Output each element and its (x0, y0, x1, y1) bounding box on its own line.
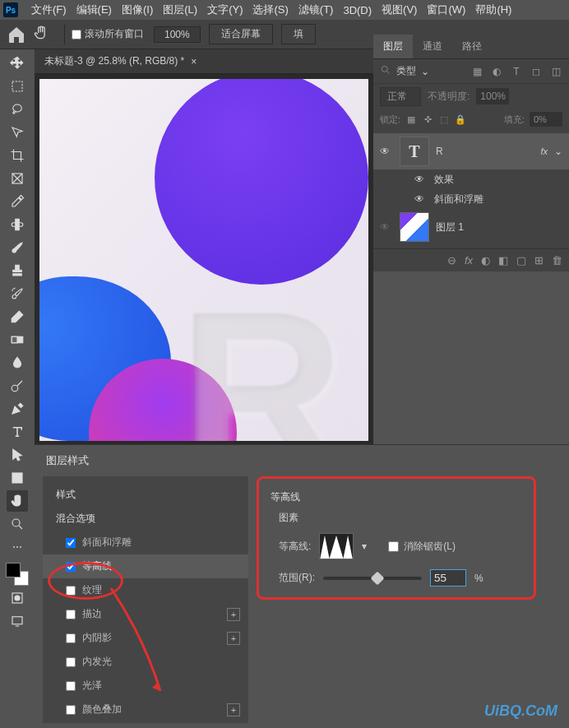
layer-thumb[interactable] (400, 212, 429, 242)
tab-layers[interactable]: 图层 (373, 35, 413, 58)
style-checkbox[interactable] (66, 705, 76, 715)
canvas-viewport[interactable]: R (35, 74, 373, 444)
scroll-all-windows-checkbox[interactable]: 滚动所有窗口 (72, 27, 144, 41)
blend-mode-select[interactable]: 正常 (380, 87, 421, 106)
layer-effects-group[interactable]: 👁 效果 (373, 169, 569, 189)
path-select-tool[interactable] (7, 444, 28, 466)
brush-tool[interactable] (7, 237, 28, 258)
menu-edit[interactable]: 编辑(E) (72, 2, 117, 17)
opacity-input[interactable]: 100% (476, 88, 509, 104)
color-swatch[interactable] (6, 563, 29, 586)
history-brush-tool[interactable] (7, 283, 28, 304)
type-tool[interactable] (7, 421, 28, 443)
tab-close-icon[interactable]: × (191, 56, 197, 67)
style-color-overlay[interactable]: 颜色叠加+ (43, 698, 248, 721)
healing-tool[interactable] (7, 214, 28, 235)
style-satin[interactable]: 光泽 (43, 674, 248, 698)
range-slider[interactable] (323, 577, 422, 580)
styles-header[interactable]: 样式 (43, 483, 248, 507)
crop-tool[interactable] (7, 145, 28, 166)
layer-effect-bevel[interactable]: 👁 斜面和浮雕 (373, 189, 569, 209)
filter-type-icon[interactable]: T (510, 65, 523, 78)
gradient-tool[interactable] (7, 329, 28, 350)
more-tools[interactable]: ⋯ (7, 536, 28, 558)
style-stroke[interactable]: 描边+ (43, 602, 248, 626)
add-adjustment-icon[interactable]: ◧ (498, 254, 508, 267)
style-checkbox[interactable] (66, 681, 76, 691)
layer-name[interactable]: 图层 1 (436, 220, 464, 234)
screen-mode-toggle[interactable] (7, 610, 28, 632)
style-contour[interactable]: 等高线 (43, 554, 248, 578)
filter-pixel-icon[interactable]: ▦ (470, 65, 483, 78)
quick-mask-toggle[interactable] (7, 587, 28, 609)
add-mask-icon[interactable]: ◐ (481, 254, 490, 267)
visibility-toggle[interactable]: 👁 (380, 221, 393, 233)
lock-all-icon[interactable]: 🔒 (455, 114, 466, 125)
lock-position-icon[interactable]: ✜ (422, 114, 433, 125)
filter-smart-icon[interactable]: ◫ (549, 65, 562, 78)
filter-adjust-icon[interactable]: ◐ (490, 65, 503, 78)
menu-3d[interactable]: 3D(D) (338, 4, 377, 16)
hand-tool-indicator[interactable] (33, 25, 49, 44)
new-group-icon[interactable]: ▢ (516, 254, 526, 267)
antialias-checkbox[interactable]: 消除锯齿(L) (388, 540, 456, 554)
dodge-tool[interactable] (7, 375, 28, 396)
contour-picker[interactable] (319, 533, 354, 559)
blending-options[interactable]: 混合选项 (43, 507, 248, 531)
lock-pixels-icon[interactable]: ▦ (405, 114, 417, 125)
menu-help[interactable]: 帮助(H) (470, 2, 516, 17)
new-layer-icon[interactable]: ⊞ (534, 254, 544, 267)
style-checkbox[interactable] (66, 586, 76, 596)
fill-screen-button[interactable]: 填 (281, 24, 316, 44)
layer-thumb-text[interactable]: T (400, 137, 429, 166)
visibility-toggle[interactable]: 👁 (380, 146, 393, 157)
style-checkbox[interactable] (66, 633, 76, 643)
fx-chevron-icon[interactable]: ⌄ (554, 146, 562, 157)
contour-dropdown-icon[interactable]: ▾ (362, 540, 372, 552)
layer-1[interactable]: 👁 图层 1 (373, 209, 569, 245)
zoom-level[interactable]: 100% (154, 26, 201, 43)
marquee-tool[interactable] (7, 76, 28, 97)
tab-channels[interactable]: 通道 (413, 35, 452, 58)
slider-thumb[interactable] (371, 571, 385, 585)
frame-tool[interactable] (7, 168, 28, 189)
style-bevel-emboss[interactable]: 斜面和浮雕 (43, 531, 248, 554)
tab-paths[interactable]: 路径 (452, 35, 492, 58)
menu-layer[interactable]: 图层(L) (158, 2, 202, 17)
visibility-toggle[interactable]: 👁 (414, 174, 428, 185)
add-instance-icon[interactable]: + (227, 703, 240, 716)
style-texture[interactable]: 纹理 (43, 578, 248, 602)
document-tab[interactable]: 未标题-3 @ 25.8% (R, RGB/8) * (44, 54, 184, 68)
menu-select[interactable]: 选择(S) (247, 2, 293, 17)
style-inner-shadow[interactable]: 内阴影+ (43, 626, 248, 650)
menu-filter[interactable]: 滤镜(T) (294, 2, 339, 17)
canvas[interactable]: R (39, 79, 368, 441)
menu-image[interactable]: 图像(I) (117, 2, 158, 17)
quick-select-tool[interactable] (7, 122, 28, 143)
layer-fx-badge[interactable]: fx (540, 146, 548, 156)
menu-window[interactable]: 窗口(W) (422, 2, 470, 17)
move-tool[interactable] (7, 53, 28, 74)
style-inner-glow[interactable]: 内发光 (43, 650, 248, 674)
fill-input[interactable]: 0% (530, 112, 562, 127)
link-layers-icon[interactable]: ⊖ (447, 254, 456, 267)
style-checkbox[interactable] (66, 610, 76, 619)
add-instance-icon[interactable]: + (227, 608, 240, 621)
search-icon[interactable] (380, 64, 391, 78)
menu-file[interactable]: 文件(F) (26, 2, 72, 17)
filter-shape-icon[interactable]: ◻ (530, 65, 543, 78)
eyedropper-tool[interactable] (7, 191, 28, 212)
layer-r[interactable]: 👁 T R fx ⌄ (373, 133, 569, 169)
zoom-tool[interactable] (7, 513, 28, 535)
style-checkbox[interactable] (66, 657, 76, 667)
stamp-tool[interactable] (7, 260, 28, 281)
menu-view[interactable]: 视图(V) (377, 2, 422, 17)
range-input[interactable] (430, 569, 466, 587)
shape-tool[interactable] (7, 467, 28, 489)
add-instance-icon[interactable]: + (227, 632, 240, 645)
delete-layer-icon[interactable]: 🗑 (552, 254, 562, 267)
eraser-tool[interactable] (7, 306, 28, 327)
menu-type[interactable]: 文字(Y) (202, 2, 247, 17)
filter-type-dropdown[interactable]: 类型 (396, 64, 416, 78)
pen-tool[interactable] (7, 398, 28, 420)
